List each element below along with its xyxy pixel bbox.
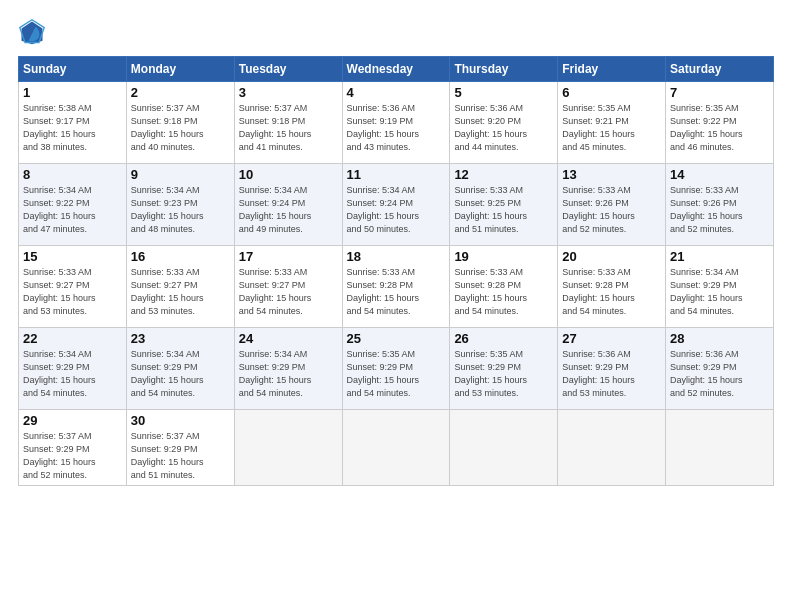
calendar-cell: 25Sunrise: 5:35 AM Sunset: 9:29 PM Dayli… [342,328,450,410]
day-info: Sunrise: 5:33 AM Sunset: 9:27 PM Dayligh… [239,266,338,318]
day-info: Sunrise: 5:36 AM Sunset: 9:29 PM Dayligh… [562,348,661,400]
calendar-cell: 13Sunrise: 5:33 AM Sunset: 9:26 PM Dayli… [558,164,666,246]
day-info: Sunrise: 5:38 AM Sunset: 9:17 PM Dayligh… [23,102,122,154]
day-info: Sunrise: 5:36 AM Sunset: 9:29 PM Dayligh… [670,348,769,400]
day-info: Sunrise: 5:37 AM Sunset: 9:18 PM Dayligh… [131,102,230,154]
calendar-cell: 21Sunrise: 5:34 AM Sunset: 9:29 PM Dayli… [666,246,774,328]
day-number: 5 [454,85,553,100]
col-header-wednesday: Wednesday [342,57,450,82]
day-info: Sunrise: 5:37 AM Sunset: 9:29 PM Dayligh… [131,430,230,482]
col-header-friday: Friday [558,57,666,82]
day-number: 30 [131,413,230,428]
day-info: Sunrise: 5:34 AM Sunset: 9:24 PM Dayligh… [347,184,446,236]
day-number: 4 [347,85,446,100]
calendar-cell: 10Sunrise: 5:34 AM Sunset: 9:24 PM Dayli… [234,164,342,246]
calendar-cell: 6Sunrise: 5:35 AM Sunset: 9:21 PM Daylig… [558,82,666,164]
day-info: Sunrise: 5:33 AM Sunset: 9:26 PM Dayligh… [670,184,769,236]
calendar-cell: 27Sunrise: 5:36 AM Sunset: 9:29 PM Dayli… [558,328,666,410]
calendar-cell: 14Sunrise: 5:33 AM Sunset: 9:26 PM Dayli… [666,164,774,246]
day-number: 1 [23,85,122,100]
day-info: Sunrise: 5:34 AM Sunset: 9:29 PM Dayligh… [23,348,122,400]
calendar: SundayMondayTuesdayWednesdayThursdayFrid… [18,56,774,486]
day-number: 6 [562,85,661,100]
calendar-cell: 1Sunrise: 5:38 AM Sunset: 9:17 PM Daylig… [19,82,127,164]
day-info: Sunrise: 5:35 AM Sunset: 9:21 PM Dayligh… [562,102,661,154]
col-header-tuesday: Tuesday [234,57,342,82]
col-header-monday: Monday [126,57,234,82]
calendar-cell: 23Sunrise: 5:34 AM Sunset: 9:29 PM Dayli… [126,328,234,410]
calendar-cell: 18Sunrise: 5:33 AM Sunset: 9:28 PM Dayli… [342,246,450,328]
day-info: Sunrise: 5:35 AM Sunset: 9:29 PM Dayligh… [454,348,553,400]
day-number: 12 [454,167,553,182]
page: SundayMondayTuesdayWednesdayThursdayFrid… [0,0,792,612]
day-number: 15 [23,249,122,264]
day-info: Sunrise: 5:35 AM Sunset: 9:22 PM Dayligh… [670,102,769,154]
calendar-cell: 12Sunrise: 5:33 AM Sunset: 9:25 PM Dayli… [450,164,558,246]
col-header-thursday: Thursday [450,57,558,82]
col-header-saturday: Saturday [666,57,774,82]
logo [18,18,50,46]
calendar-cell: 28Sunrise: 5:36 AM Sunset: 9:29 PM Dayli… [666,328,774,410]
calendar-cell: 7Sunrise: 5:35 AM Sunset: 9:22 PM Daylig… [666,82,774,164]
day-info: Sunrise: 5:36 AM Sunset: 9:20 PM Dayligh… [454,102,553,154]
calendar-cell: 17Sunrise: 5:33 AM Sunset: 9:27 PM Dayli… [234,246,342,328]
calendar-cell: 2Sunrise: 5:37 AM Sunset: 9:18 PM Daylig… [126,82,234,164]
header [18,18,774,46]
calendar-cell: 3Sunrise: 5:37 AM Sunset: 9:18 PM Daylig… [234,82,342,164]
calendar-cell: 8Sunrise: 5:34 AM Sunset: 9:22 PM Daylig… [19,164,127,246]
day-info: Sunrise: 5:34 AM Sunset: 9:29 PM Dayligh… [670,266,769,318]
calendar-cell: 29Sunrise: 5:37 AM Sunset: 9:29 PM Dayli… [19,410,127,486]
day-number: 2 [131,85,230,100]
day-number: 16 [131,249,230,264]
day-info: Sunrise: 5:33 AM Sunset: 9:26 PM Dayligh… [562,184,661,236]
day-info: Sunrise: 5:34 AM Sunset: 9:23 PM Dayligh… [131,184,230,236]
day-info: Sunrise: 5:33 AM Sunset: 9:28 PM Dayligh… [454,266,553,318]
col-header-sunday: Sunday [19,57,127,82]
day-number: 26 [454,331,553,346]
day-info: Sunrise: 5:34 AM Sunset: 9:22 PM Dayligh… [23,184,122,236]
day-info: Sunrise: 5:37 AM Sunset: 9:29 PM Dayligh… [23,430,122,482]
logo-icon [18,18,46,46]
calendar-cell: 24Sunrise: 5:34 AM Sunset: 9:29 PM Dayli… [234,328,342,410]
calendar-cell [666,410,774,486]
calendar-cell: 19Sunrise: 5:33 AM Sunset: 9:28 PM Dayli… [450,246,558,328]
calendar-cell [234,410,342,486]
day-info: Sunrise: 5:33 AM Sunset: 9:28 PM Dayligh… [347,266,446,318]
day-number: 25 [347,331,446,346]
calendar-cell [342,410,450,486]
calendar-cell: 26Sunrise: 5:35 AM Sunset: 9:29 PM Dayli… [450,328,558,410]
calendar-cell [450,410,558,486]
day-number: 7 [670,85,769,100]
day-number: 23 [131,331,230,346]
day-info: Sunrise: 5:36 AM Sunset: 9:19 PM Dayligh… [347,102,446,154]
calendar-cell: 4Sunrise: 5:36 AM Sunset: 9:19 PM Daylig… [342,82,450,164]
day-number: 20 [562,249,661,264]
calendar-cell: 30Sunrise: 5:37 AM Sunset: 9:29 PM Dayli… [126,410,234,486]
day-number: 21 [670,249,769,264]
calendar-cell: 5Sunrise: 5:36 AM Sunset: 9:20 PM Daylig… [450,82,558,164]
day-info: Sunrise: 5:33 AM Sunset: 9:25 PM Dayligh… [454,184,553,236]
calendar-cell [558,410,666,486]
day-number: 9 [131,167,230,182]
day-info: Sunrise: 5:37 AM Sunset: 9:18 PM Dayligh… [239,102,338,154]
day-info: Sunrise: 5:34 AM Sunset: 9:29 PM Dayligh… [131,348,230,400]
day-number: 19 [454,249,553,264]
day-number: 18 [347,249,446,264]
day-number: 24 [239,331,338,346]
day-number: 29 [23,413,122,428]
day-info: Sunrise: 5:34 AM Sunset: 9:29 PM Dayligh… [239,348,338,400]
day-number: 3 [239,85,338,100]
day-number: 27 [562,331,661,346]
day-number: 22 [23,331,122,346]
calendar-cell: 20Sunrise: 5:33 AM Sunset: 9:28 PM Dayli… [558,246,666,328]
day-info: Sunrise: 5:35 AM Sunset: 9:29 PM Dayligh… [347,348,446,400]
day-info: Sunrise: 5:33 AM Sunset: 9:27 PM Dayligh… [23,266,122,318]
day-number: 17 [239,249,338,264]
day-number: 28 [670,331,769,346]
day-number: 11 [347,167,446,182]
day-info: Sunrise: 5:34 AM Sunset: 9:24 PM Dayligh… [239,184,338,236]
day-info: Sunrise: 5:33 AM Sunset: 9:28 PM Dayligh… [562,266,661,318]
calendar-cell: 11Sunrise: 5:34 AM Sunset: 9:24 PM Dayli… [342,164,450,246]
day-number: 13 [562,167,661,182]
day-info: Sunrise: 5:33 AM Sunset: 9:27 PM Dayligh… [131,266,230,318]
